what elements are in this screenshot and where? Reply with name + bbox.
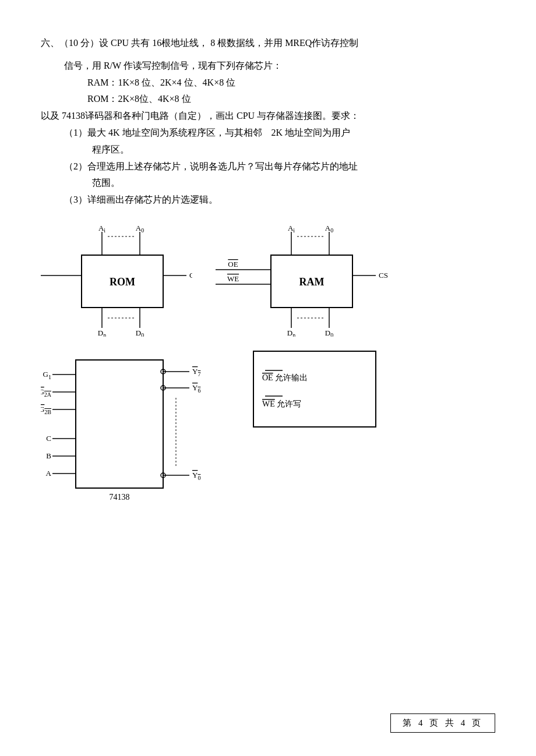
- svg-text:G2B: G2B: [41, 405, 51, 415]
- diagrams-row: Ai A0 ROM PD/Progr CS Dn D0 Ai A0: [41, 220, 495, 337]
- svg-text:WE 允许写: WE 允许写: [262, 400, 301, 408]
- svg-text:A: A: [46, 469, 52, 478]
- rom-chip-diagram: Ai A0 ROM PD/Progr CS Dn D0: [41, 220, 192, 337]
- svg-text:CS: CS: [189, 271, 192, 280]
- svg-text:CS: CS: [379, 271, 388, 280]
- question-item1b: 程序区。: [92, 142, 495, 158]
- svg-text:OE 允许输出: OE 允许输出: [262, 373, 308, 382]
- question-item2: （2）合理选用上述存储芯片，说明各选几片？写出每片存储芯片的地址: [64, 158, 495, 175]
- question-item3: （3）详细画出存储芯片的片选逻辑。: [64, 192, 495, 209]
- svg-text:Dn: Dn: [287, 328, 295, 337]
- svg-text:WE: WE: [227, 274, 239, 283]
- page-footer: 第 4 页 共 4 页: [390, 713, 495, 733]
- svg-text:C: C: [46, 434, 51, 443]
- svg-text:D0: D0: [325, 328, 333, 337]
- svg-text:ROM: ROM: [110, 276, 135, 288]
- svg-text:OE: OE: [228, 260, 238, 269]
- svg-rect-34: [76, 360, 163, 488]
- legend-diagram: OE 允许输出 WE 允许写: [251, 348, 379, 430]
- svg-text:G2A: G2A: [41, 387, 52, 398]
- svg-text:G1: G1: [43, 370, 51, 380]
- svg-text:B: B: [46, 451, 51, 460]
- svg-text:Y7: Y7: [192, 367, 200, 377]
- svg-text:Y6: Y6: [192, 383, 200, 394]
- svg-text:RAM: RAM: [299, 276, 325, 288]
- question-item1: （1）最大 4K 地址空间为系统程序区，与其相邻 2K 地址空间为用户: [64, 125, 495, 142]
- question-item2b: 范围。: [92, 175, 495, 192]
- question-title: 六、（10 分）设 CPU 共有 16根地址线， 8 根数据线，并用 MREQ作…: [41, 35, 495, 52]
- rom-line: ROM：2K×8位、4K×8 位: [87, 91, 495, 108]
- svg-text:Dn: Dn: [98, 328, 106, 337]
- question-line2: 信号，用 R/W 作读写控制信号，现有下列存储芯片：: [64, 58, 495, 75]
- ram-line: RAM：1K×8 位、2K×4 位、4K×8 位: [87, 75, 495, 91]
- bottom-row: G1 G2A G2B C B A Y7 Y6 Y0 74138: [41, 348, 495, 511]
- svg-text:Y0: Y0: [192, 471, 200, 481]
- ram-chip-diagram: Ai A0 RAM OE WE CS Dn D0: [216, 220, 396, 337]
- svg-text:74138: 74138: [110, 493, 130, 501]
- question-desc: 以及 74138译码器和各种门电路（自定），画出 CPU 与存储器连接图。要求：: [41, 108, 495, 125]
- svg-rect-58: [253, 351, 376, 427]
- decoder-diagram: G1 G2A G2B C B A Y7 Y6 Y0 74138: [41, 348, 216, 511]
- svg-text:D0: D0: [136, 328, 144, 337]
